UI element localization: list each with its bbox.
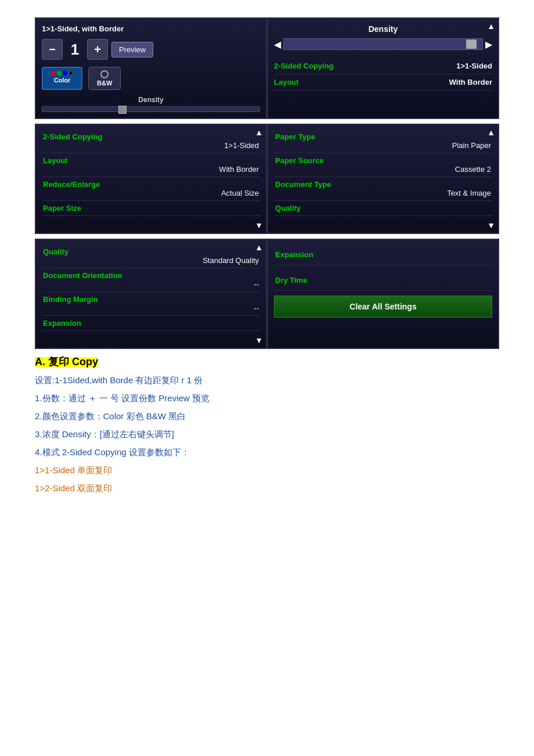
preview-button[interactable]: Preview bbox=[111, 42, 153, 57]
line3-text: 2.颜色设置参数：Color 彩色 B&W 黑白 bbox=[35, 411, 186, 421]
two-sided-menu-row: 2-Sided Copying 1>1-Sided bbox=[42, 129, 260, 153]
line5-text: 4.模式 2-Sided Copying 设置参数如下： bbox=[35, 447, 190, 457]
quality-menu-row: Quality Standard Quality bbox=[42, 244, 260, 268]
layout-menu-row: Layout With Border bbox=[42, 153, 260, 177]
density-title: Density bbox=[274, 24, 492, 34]
reduce-menu-row: Reduce/Enlarge Actual Size bbox=[42, 177, 260, 201]
binding-margin-value: -- bbox=[43, 304, 259, 312]
doc-orient-label: Document Orientation bbox=[43, 271, 259, 280]
reduce-menu-value: Actual Size bbox=[43, 189, 259, 197]
text-line3: 2.颜色设置参数：Color 彩色 B&W 黑白 bbox=[35, 408, 499, 424]
line2-text: 1.份数：通过 ＋ 一 号 设置份数 Preview 预览 bbox=[35, 393, 210, 403]
two-sided-menu-value: 1>1-Sided bbox=[43, 141, 259, 150]
top-right-panel: ▲ Density ◀ ▶ 2-Sided Copying 1>1-Sided … bbox=[267, 17, 499, 119]
line4-text: 3.浓度 Density：[通过左右键头调节] bbox=[35, 429, 174, 439]
layout-menu-value: With Border bbox=[43, 165, 259, 174]
line1-text: 设置:1-1Sided,with Borde 有边距复印 r 1 份 bbox=[35, 375, 203, 385]
layout-row: Layout With Border bbox=[274, 74, 492, 91]
scroll-down-bot-left[interactable]: ▼ bbox=[255, 336, 263, 345]
scroll-down-mid-right[interactable]: ▼ bbox=[487, 221, 495, 230]
bot-panel-row: ▲ ▼ Quality Standard Quality Document Or… bbox=[35, 239, 499, 349]
dry-time-row: Dry Time bbox=[274, 270, 492, 291]
top-panel-row: 1>1-Sided, with Border − 1 + Preview Col… bbox=[35, 17, 499, 119]
clear-all-button[interactable]: Clear All Settings bbox=[274, 296, 492, 318]
two-sided-menu-label: 2-Sided Copying bbox=[43, 132, 259, 141]
text-line6: 1>1-Sided 单面复印 bbox=[35, 462, 499, 478]
expansion-right-label: Expansion bbox=[275, 247, 491, 262]
layout-label: Layout bbox=[274, 78, 299, 87]
color-options: Color B&W bbox=[42, 67, 260, 90]
top-left-title: 1>1-Sided, with Border bbox=[42, 24, 260, 33]
slider-thumb bbox=[466, 39, 477, 49]
right-arrow-icon[interactable]: ▶ bbox=[485, 39, 492, 50]
paper-type-row: Paper Type Plain Paper bbox=[274, 129, 492, 153]
two-sided-label: 2-Sided Copying bbox=[274, 62, 334, 70]
scroll-up-mid-right[interactable]: ▲ bbox=[487, 128, 495, 137]
expansion-left-row: Expansion bbox=[42, 316, 260, 331]
paper-source-label: Paper Source bbox=[275, 156, 491, 165]
paper-type-value: Plain Paper bbox=[275, 141, 491, 150]
doc-orient-value: -- bbox=[43, 280, 259, 289]
density-bar bbox=[42, 106, 260, 112]
copy-number: 1 bbox=[66, 41, 84, 59]
minus-button[interactable]: − bbox=[42, 39, 63, 60]
dry-time-label: Dry Time bbox=[275, 273, 491, 287]
copy-controls: − 1 + Preview bbox=[42, 39, 260, 60]
color-dots bbox=[51, 71, 73, 75]
text-line2: 1.份数：通过 ＋ 一 号 设置份数 Preview 预览 bbox=[35, 390, 499, 406]
bw-label: B&W bbox=[97, 80, 112, 87]
mid-panel-row: ▲ ▼ 2-Sided Copying 1>1-Sided Layout Wit… bbox=[35, 124, 499, 234]
top-left-panel: 1>1-Sided, with Border − 1 + Preview Col… bbox=[35, 17, 267, 119]
color-label: Color bbox=[54, 77, 71, 84]
reduce-menu-label: Reduce/Enlarge bbox=[43, 180, 259, 189]
two-sided-row: 2-Sided Copying 1>1-Sided bbox=[274, 58, 492, 74]
line7-text: 1>2-Sided 双面复印 bbox=[35, 483, 112, 493]
section-title-highlight: A. 复印 Copy bbox=[35, 357, 98, 367]
paper-size-menu-row: Paper Size bbox=[42, 201, 260, 216]
binding-margin-row: Binding Margin -- bbox=[42, 292, 260, 316]
text-line5: 4.模式 2-Sided Copying 设置参数如下： bbox=[35, 444, 499, 460]
paper-size-menu-label: Paper Size bbox=[43, 204, 259, 213]
quality-menu-label: Quality bbox=[43, 247, 259, 256]
text-line4: 3.浓度 Density：[通过左右键头调节] bbox=[35, 426, 499, 442]
density-indicator bbox=[118, 106, 127, 114]
doc-type-value: Text & Image bbox=[275, 189, 491, 197]
quality-menu-value: Standard Quality bbox=[43, 256, 259, 265]
dot-blue bbox=[63, 71, 67, 75]
binding-margin-label: Binding Margin bbox=[43, 295, 259, 304]
text-line7: 1>2-Sided 双面复印 bbox=[35, 480, 499, 496]
color-option[interactable]: Color bbox=[42, 67, 82, 90]
quality-label: Quality bbox=[275, 204, 491, 213]
paper-source-row: Paper Source Cassette 2 bbox=[274, 153, 492, 177]
scroll-up-mid-left[interactable]: ▲ bbox=[255, 128, 263, 137]
plus-button[interactable]: + bbox=[87, 39, 108, 60]
bot-left-panel: ▲ ▼ Quality Standard Quality Document Or… bbox=[35, 239, 267, 349]
scroll-down-mid-left[interactable]: ▼ bbox=[255, 221, 263, 230]
dot-green bbox=[57, 71, 62, 75]
left-arrow-icon[interactable]: ◀ bbox=[274, 39, 281, 50]
bot-right-panel: Expansion Dry Time Clear All Settings bbox=[267, 239, 499, 349]
line6-text: 1>1-Sided 单面复印 bbox=[35, 465, 112, 475]
density-slider[interactable] bbox=[283, 38, 483, 50]
paper-type-label: Paper Type bbox=[275, 132, 491, 141]
layout-value: With Border bbox=[449, 78, 492, 87]
expansion-left-label: Expansion bbox=[43, 319, 259, 327]
section-title-text: A. 复印 Copy bbox=[35, 356, 98, 368]
paper-source-value: Cassette 2 bbox=[275, 165, 491, 174]
doc-type-label: Document Type bbox=[275, 180, 491, 189]
mid-right-panel: ▲ ▼ Paper Type Plain Paper Paper Source … bbox=[267, 124, 499, 234]
quality-row: Quality bbox=[274, 201, 492, 216]
scroll-up-bot-left[interactable]: ▲ bbox=[255, 243, 263, 252]
bw-option[interactable]: B&W bbox=[88, 67, 121, 90]
dot-red bbox=[51, 71, 56, 75]
expansion-right-row: Expansion bbox=[274, 244, 492, 265]
text-line1: 设置:1-1Sided,with Borde 有边距复印 r 1 份 bbox=[35, 372, 499, 388]
dot-black bbox=[68, 71, 73, 75]
density-label-left: Density bbox=[42, 96, 260, 104]
section-title-line: A. 复印 Copy bbox=[35, 355, 499, 369]
two-sided-value: 1>1-Sided bbox=[456, 62, 492, 70]
doc-orient-row: Document Orientation -- bbox=[42, 268, 260, 292]
layout-menu-label: Layout bbox=[43, 156, 259, 165]
scroll-up-icon[interactable]: ▲ bbox=[487, 21, 495, 31]
density-slider-row: ◀ ▶ bbox=[274, 38, 492, 50]
